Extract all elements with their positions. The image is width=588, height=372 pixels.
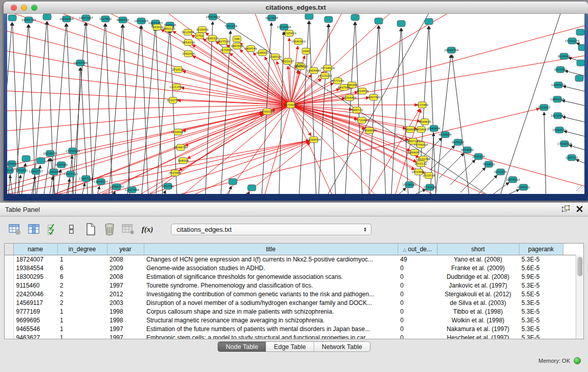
cell[interactable]: 49 (398, 255, 437, 264)
cell[interactable]: Estimation of significance thresholds fo… (144, 272, 398, 281)
cell[interactable]: 2 (57, 290, 107, 298)
cell[interactable]: 5.3E-5 (519, 307, 563, 316)
cell[interactable]: Corpus callosum shape and size in male p… (144, 307, 398, 316)
cell[interactable]: 5.9E-5 (519, 272, 563, 281)
cell[interactable]: 2008 (107, 255, 144, 264)
tab-node-table[interactable]: Node Table (218, 342, 266, 352)
cell[interactable]: Yano et al. (2008) (437, 255, 519, 264)
cell[interactable]: 18724007 (13, 255, 57, 264)
cell[interactable]: Estimation of the future numbers of pati… (144, 324, 398, 333)
citation-node-teal[interactable] (22, 156, 30, 162)
cell[interactable]: 1997 (107, 333, 144, 339)
cell[interactable]: 5.3E-5 (519, 333, 563, 339)
cell[interactable]: 19384554 (13, 264, 57, 272)
network-table-select[interactable]: citations_edges.txt ▲▼ (171, 224, 372, 235)
column-header-name[interactable]: name (13, 244, 57, 255)
cell[interactable]: Embryonic stem cells: a model to study s… (144, 333, 398, 339)
cell[interactable]: 2012 (107, 290, 144, 298)
cell[interactable]: Wolkin et al. (1998) (437, 316, 519, 324)
table-row[interactable]: 977716911998Corpus callosum shape and si… (5, 307, 576, 316)
cell[interactable]: 1 (57, 324, 107, 333)
citation-node-teal[interactable] (43, 14, 51, 20)
cell[interactable]: 2003 (107, 298, 144, 307)
network-canvas[interactable]: 2205572420691406106532871527602846616010… (7, 14, 584, 194)
cell[interactable]: Tourette syndrome. Phenomenology and cla… (144, 281, 398, 290)
row-height-icon[interactable] (64, 222, 79, 237)
window-resize-grip[interactable] (576, 186, 583, 193)
cell[interactable]: Franke et al. (2009) (437, 264, 519, 272)
cell[interactable]: 9463627 (13, 333, 57, 339)
table-row[interactable]: 1456911722003Disruption of a novel membe… (5, 298, 576, 307)
table-row[interactable]: 1938455462009Genome-wide association stu… (5, 264, 576, 272)
cell[interactable]: 0 (398, 264, 437, 272)
citation-node-teal[interactable] (37, 158, 45, 164)
table-row[interactable]: 946362711997Embryonic stem cells: a mode… (5, 333, 576, 339)
table-settings-icon[interactable] (7, 222, 23, 237)
column-header-pagerank[interactable]: pagerank (519, 244, 563, 255)
cell[interactable]: 0 (398, 281, 437, 290)
network-window-titlebar[interactable]: citations_edges.txt (4, 2, 588, 14)
cell[interactable]: 5.3E-5 (519, 324, 563, 333)
cell[interactable]: 1998 (107, 307, 144, 316)
cell[interactable]: 0 (398, 324, 437, 333)
cell[interactable]: 9115460 (13, 281, 57, 290)
cell[interactable]: 6 (57, 264, 107, 272)
cell[interactable]: 0 (398, 272, 437, 281)
float-panel-icon[interactable] (562, 205, 570, 212)
citation-node-teal[interactable] (229, 179, 237, 185)
column-header-year[interactable]: year (107, 244, 144, 255)
close-icon[interactable] (576, 206, 583, 212)
delete-icon[interactable] (102, 222, 117, 237)
column-header-in-degree[interactable]: in_degree (57, 244, 107, 255)
cell[interactable]: 1 (57, 333, 107, 339)
delete-table-icon[interactable] (121, 222, 136, 237)
cell[interactable]: 18300295 (13, 272, 57, 281)
cell[interactable]: 0 (398, 333, 437, 339)
cell[interactable]: Structural magnetic resonance image aver… (144, 316, 398, 324)
cell[interactable]: Tibbo et al. (1998) (437, 307, 519, 316)
cell[interactable]: 1997 (107, 324, 144, 333)
citation-node-teal[interactable] (577, 60, 584, 66)
cell[interactable]: 1997 (107, 281, 144, 290)
cell[interactable]: Investigating the contribution of common… (144, 290, 398, 298)
cell[interactable]: 2008 (107, 272, 144, 281)
scrollbar-thumb[interactable] (577, 257, 582, 276)
cell[interactable]: 5.5E-5 (519, 290, 563, 298)
tab-edge-table[interactable]: Edge Table (266, 342, 314, 352)
table-row[interactable]: 2242004622012Investigating the contribut… (5, 290, 576, 298)
cell[interactable]: 5.3E-5 (519, 316, 563, 324)
table-row[interactable]: 911546021997Tourette syndrome. Phenomeno… (5, 281, 576, 290)
column-header-out-degree[interactable]: △out_de... (398, 244, 437, 255)
cell[interactable]: Hescheler et al. (1997) (437, 333, 519, 339)
cell[interactable]: 2009 (107, 264, 144, 272)
cell[interactable]: 5.6E-5 (519, 264, 563, 272)
cell[interactable]: 9465546 (13, 324, 57, 333)
citation-node-teal[interactable] (248, 185, 256, 191)
citation-node-teal[interactable] (397, 20, 405, 27)
citation-node-teal[interactable] (575, 75, 583, 81)
cell[interactable]: 5.3E-5 (519, 298, 563, 307)
table-row[interactable]: 946554611997Estimation of the future num… (5, 324, 576, 333)
cell[interactable]: 1 (57, 316, 107, 324)
cell[interactable]: 0 (398, 298, 437, 307)
cell[interactable]: 0 (398, 316, 437, 324)
select-columns-icon[interactable] (45, 222, 60, 237)
tab-network-table[interactable]: Network Table (314, 342, 370, 352)
cell[interactable]: 9777169 (13, 307, 57, 316)
cell[interactable]: 0 (398, 307, 437, 316)
cell[interactable]: Genome-wide association studies in ADHD. (144, 264, 398, 272)
cell[interactable]: 2 (57, 281, 107, 290)
citation-node-teal[interactable] (375, 18, 383, 24)
table-row[interactable]: 969969511998Structural magnetic resonanc… (5, 316, 576, 324)
cell[interactable]: 1 (57, 255, 107, 264)
cell[interactable]: 2 (57, 298, 107, 307)
table-row[interactable]: 1830029562008Estimation of significance … (5, 272, 576, 281)
citation-node-teal[interactable] (351, 14, 359, 20)
table-vertical-scrollbar[interactable] (576, 255, 583, 339)
column-header-title[interactable]: title (144, 244, 398, 255)
cell[interactable]: Dudbridge et al. (2008) (437, 272, 519, 281)
cell[interactable]: 0 (398, 290, 437, 298)
cell[interactable]: Jankovic et al. (1997) (437, 281, 519, 290)
new-document-icon[interactable] (83, 222, 98, 237)
cell[interactable]: Nakamura et al. (1997) (437, 324, 519, 333)
